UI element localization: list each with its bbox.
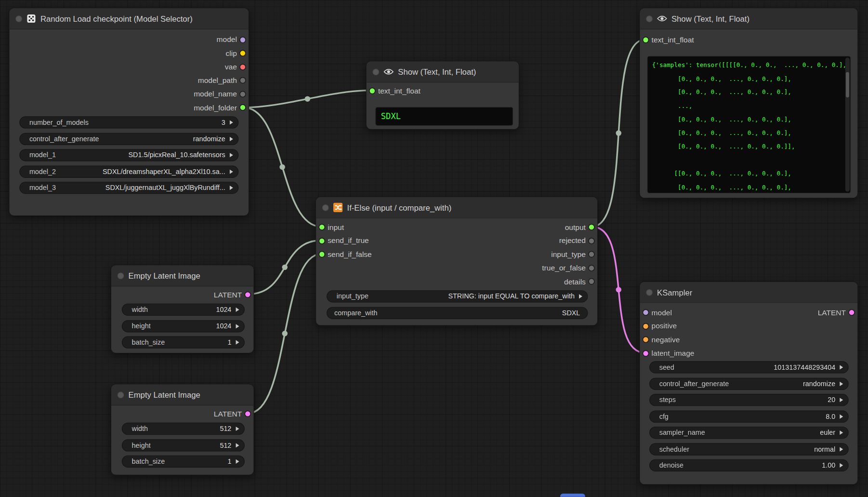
text-display[interactable]: SDXL [375, 107, 513, 126]
increment-arrow[interactable] [230, 153, 233, 157]
widget-label: model_1 [29, 151, 56, 159]
tensor-display[interactable]: {'samples': tensor([[[[0., 0., 0., ..., … [647, 56, 851, 193]
increment-arrow[interactable] [236, 443, 239, 447]
input-dot-text-int-float[interactable] [643, 38, 648, 42]
increment-arrow[interactable] [840, 365, 843, 369]
offscreen-node-top[interactable] [560, 494, 585, 497]
output-dot-clip[interactable] [240, 51, 245, 55]
collapse-dot[interactable] [372, 68, 379, 75]
widget-batch-size[interactable]: batch_size 1 [122, 456, 245, 468]
node-show-text-small[interactable]: Show (Text, Int, Float) text_int_float S… [366, 61, 519, 130]
node-header[interactable]: Random Load checkpoint (Model Selector) [10, 8, 249, 29]
node-random-load-checkpoint[interactable]: Random Load checkpoint (Model Selector) … [9, 8, 249, 216]
node-empty-latent-1024[interactable]: Empty Latent Image LATENT width 1024 hei… [111, 265, 254, 353]
widget-value: 1.00 [822, 461, 835, 469]
widget-seed[interactable]: seed 1013137448293404 [649, 361, 849, 373]
widget-width[interactable]: width 1024 [122, 304, 245, 316]
collapse-dot[interactable] [15, 15, 22, 22]
widget-width[interactable]: width 512 [122, 423, 245, 435]
increment-arrow[interactable] [236, 340, 239, 345]
widget-model-1[interactable]: model_1 SD1.5/picxReal_10.safetensors [19, 149, 238, 161]
node-header[interactable]: Empty Latent Image [111, 265, 253, 286]
increment-arrow[interactable] [579, 294, 582, 298]
increment-arrow[interactable] [840, 398, 843, 402]
scrollbar-thumb[interactable] [846, 72, 849, 97]
widget-label: model_3 [29, 184, 56, 192]
output-dot-latent[interactable] [245, 412, 250, 416]
input-dot-input[interactable] [319, 225, 324, 229]
node-header[interactable]: If-Else (input / compare_with) [316, 197, 597, 218]
collapse-dot[interactable] [118, 391, 124, 398]
output-dot-input-type[interactable] [589, 252, 594, 257]
increment-arrow[interactable] [840, 447, 843, 451]
widget-control-after-generate[interactable]: control_after_generate randomize [649, 377, 849, 390]
output-dot-output[interactable] [589, 225, 594, 229]
input-dot-send-if-true[interactable] [319, 238, 324, 243]
input-dot-model[interactable] [643, 310, 648, 315]
widget-label: batch_size [132, 338, 165, 346]
slot-label: LATENT [214, 410, 242, 418]
increment-arrow[interactable] [840, 430, 843, 435]
increment-arrow[interactable] [840, 381, 843, 386]
input-dot-text-int-float[interactable] [370, 89, 375, 94]
widget-height[interactable]: height 1024 [122, 320, 245, 332]
output-dot-latent[interactable] [245, 292, 250, 297]
widget-denoise[interactable]: denoise 1.00 [649, 459, 849, 471]
output-dot-latent[interactable] [849, 310, 854, 315]
increment-arrow[interactable] [236, 308, 239, 312]
node-title: Show (Text, Int, Float) [398, 67, 476, 76]
increment-arrow[interactable] [840, 463, 843, 468]
widget-model-3[interactable]: model_3 SDXL/juggernautXL_juggXlByRundif… [19, 182, 238, 194]
output-dot-vae[interactable] [240, 65, 245, 69]
increment-arrow[interactable] [236, 324, 239, 328]
widget-steps[interactable]: steps 20 [649, 394, 849, 406]
widget-number-of-models[interactable]: number_of_models 3 [19, 116, 238, 128]
node-show-text-large[interactable]: Show (Text, Int, Float) text_int_float {… [639, 8, 858, 198]
input-dot-positive[interactable] [643, 323, 648, 328]
increment-arrow[interactable] [230, 169, 233, 174]
node-header[interactable]: Show (Text, Int, Float) [367, 62, 519, 83]
node-graph-canvas[interactable]: Random Load checkpoint (Model Selector) … [0, 0, 868, 497]
output-dot-model-folder[interactable] [240, 105, 245, 110]
widget-sampler-name[interactable]: sampler_name euler [649, 427, 849, 439]
increment-arrow[interactable] [230, 136, 233, 141]
widget-cfg[interactable]: cfg 8.0 [649, 410, 849, 422]
output-dot-true-or-false[interactable] [589, 266, 594, 270]
widget-height[interactable]: height 512 [122, 439, 245, 451]
widget-batch-size[interactable]: batch_size 1 [122, 336, 245, 349]
widget-compare-with[interactable]: compare_with SDXL [327, 307, 588, 319]
node-header[interactable]: Show (Text, Int, Float) [640, 8, 857, 29]
node-ksampler[interactable]: KSampler model positive negative lat [639, 282, 858, 485]
increment-arrow[interactable] [236, 459, 239, 464]
output-dot-details[interactable] [589, 279, 594, 284]
output-dot-rejected[interactable] [589, 238, 594, 243]
node-if-else[interactable]: If-Else (input / compare_with) input sen… [316, 197, 598, 326]
input-dot-send-if-false[interactable] [319, 252, 324, 257]
collapse-dot[interactable] [118, 272, 124, 279]
output-slot-clip: clip [10, 47, 249, 60]
collapse-dot[interactable] [646, 15, 653, 22]
increment-arrow[interactable] [236, 427, 239, 431]
output-dot-model-name[interactable] [240, 92, 245, 96]
widget-model-2[interactable]: model_2 SDXL/dreamshaperXL_alpha2Xl10.sa… [19, 165, 238, 177]
eye-icon [657, 15, 667, 22]
collapse-dot[interactable] [646, 289, 653, 296]
widget-input-type[interactable]: input_type STRING: input EQUAL TO compar… [327, 290, 588, 302]
scrollbar-track[interactable] [845, 58, 850, 192]
output-dot-model-path[interactable] [240, 78, 245, 83]
slot-label: input_type [551, 250, 586, 258]
increment-arrow[interactable] [230, 186, 233, 190]
increment-arrow[interactable] [230, 120, 233, 124]
widget-scheduler[interactable]: scheduler normal [649, 443, 849, 455]
node-header[interactable]: Empty Latent Image [111, 385, 253, 406]
input-slot-text-int-float: text_int_float [640, 33, 857, 47]
widget-control-after-generate[interactable]: control_after_generate randomize [19, 133, 238, 145]
increment-arrow[interactable] [840, 414, 843, 418]
widget-label: batch_size [132, 457, 165, 465]
collapse-dot[interactable] [322, 204, 329, 211]
node-header[interactable]: KSampler [640, 282, 857, 303]
input-dot-negative[interactable] [643, 337, 648, 342]
output-dot-model[interactable] [240, 37, 245, 42]
node-empty-latent-512[interactable]: Empty Latent Image LATENT width 512 heig… [111, 384, 254, 475]
input-dot-latent-image[interactable] [643, 351, 648, 356]
